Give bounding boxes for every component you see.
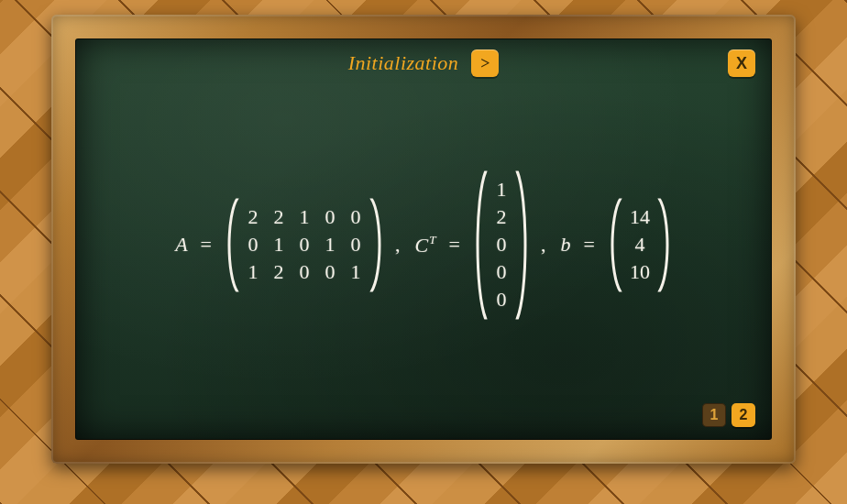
matrix-cell: 10 bbox=[630, 260, 650, 284]
vector-b-label: b bbox=[560, 233, 570, 257]
matrix-cell: 0 bbox=[349, 205, 362, 229]
matrix-cell: 0 bbox=[298, 233, 311, 257]
separator-comma: , bbox=[395, 233, 401, 257]
vector-b: 14410 bbox=[608, 198, 672, 291]
equals-sign: = bbox=[201, 233, 212, 257]
right-paren-icon bbox=[657, 198, 672, 291]
page-2-button[interactable]: 2 bbox=[732, 403, 755, 427]
matrix-cell: 4 bbox=[630, 233, 650, 257]
matrix-body: 221000101012001 bbox=[239, 198, 369, 291]
separator-comma: , bbox=[541, 233, 546, 257]
matrix-cell: 1 bbox=[298, 205, 311, 229]
close-button[interactable]: X bbox=[728, 49, 755, 77]
matrix-cell: 0 bbox=[495, 260, 508, 284]
right-paren-icon bbox=[369, 198, 384, 291]
matrix-cell: 1 bbox=[247, 260, 259, 284]
matrix-cell: 1 bbox=[324, 233, 336, 257]
equals-sign: = bbox=[583, 233, 594, 257]
matrix-body: 14410 bbox=[622, 198, 657, 291]
matrix-cell: 0 bbox=[495, 233, 508, 257]
matrix-cell: 1 bbox=[349, 260, 362, 284]
vector-ct-label: CT bbox=[415, 233, 436, 257]
matrix-cell: 0 bbox=[324, 260, 336, 284]
equation-row: A = 221000101012001 , CT = 12000 , b = 1… bbox=[75, 170, 772, 319]
step-title: Initialization bbox=[348, 51, 459, 75]
right-paren-icon bbox=[515, 170, 530, 319]
title-bar: Initialization > bbox=[75, 49, 772, 77]
vector-ct: 12000 bbox=[473, 170, 530, 319]
matrix-cell: 2 bbox=[272, 260, 285, 284]
matrix-cell: 2 bbox=[247, 205, 259, 229]
matrix-cell: 0 bbox=[247, 233, 259, 257]
matrix-cell: 1 bbox=[272, 233, 285, 257]
next-button[interactable]: > bbox=[471, 49, 499, 77]
matrix-cell: 2 bbox=[272, 205, 285, 229]
matrix-cell: 0 bbox=[349, 233, 362, 257]
matrix-cell: 2 bbox=[495, 205, 508, 229]
equals-sign: = bbox=[449, 233, 460, 257]
chalkboard-frame: Initialization > X A = 221000101012001 ,… bbox=[51, 15, 796, 464]
transpose-superscript: T bbox=[429, 233, 435, 247]
matrix-a-label: A bbox=[175, 233, 187, 257]
pager: 12 bbox=[702, 403, 755, 427]
matrix-cell: 0 bbox=[298, 260, 311, 284]
chalkboard: Initialization > X A = 221000101012001 ,… bbox=[75, 38, 772, 440]
left-paren-icon bbox=[225, 198, 239, 291]
matrix-cell: 1 bbox=[495, 178, 508, 202]
matrix-cell: 0 bbox=[324, 205, 336, 229]
left-paren-icon bbox=[608, 198, 622, 291]
matrix-a: 221000101012001 bbox=[225, 198, 384, 291]
matrix-cell: 0 bbox=[495, 288, 508, 312]
left-paren-icon bbox=[473, 170, 488, 319]
matrix-body: 12000 bbox=[488, 170, 515, 319]
matrix-cell: 14 bbox=[630, 205, 650, 229]
page-1-button[interactable]: 1 bbox=[702, 403, 726, 427]
vector-ct-base: C bbox=[415, 234, 429, 257]
